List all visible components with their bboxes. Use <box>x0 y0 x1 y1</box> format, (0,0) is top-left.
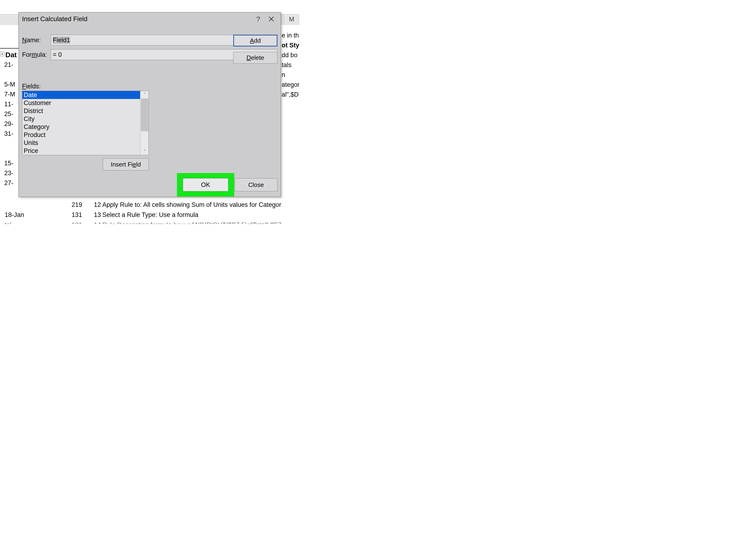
scroll-down-icon[interactable]: ˅ <box>140 148 149 155</box>
cell[interactable]: 131 <box>52 221 89 224</box>
scroll-up-icon[interactable]: ˄ <box>140 91 149 98</box>
bottom-rows: 219 12 Apply Rule to: All cells showing … <box>5 200 299 224</box>
cell[interactable]: 12 <box>89 201 101 208</box>
row-fragment <box>0 148 19 158</box>
text-fragment: n <box>282 70 299 80</box>
ok-button[interactable]: OK <box>183 178 228 192</box>
row-fragment: 31- <box>0 129 19 139</box>
insert-field-button[interactable]: Insert Field <box>103 158 149 171</box>
row-fragment: 15- <box>0 158 19 168</box>
row-fragment: otal <box>0 139 19 148</box>
dialog-titlebar[interactable]: Insert Calculated Field ? <box>19 13 281 25</box>
table-row: tal 131 14 Rule Description formula box:… <box>5 220 299 224</box>
row-fragment: 21- <box>0 60 19 69</box>
field-item-customer[interactable]: Customer <box>22 99 140 107</box>
row-fragment: otal <box>0 69 19 80</box>
insert-calculated-field-dialog: Insert Calculated Field ? Name: Formula:… <box>19 12 281 197</box>
table-row: 18-Jan 131 13 Select a Rule Type: Use a … <box>5 210 299 220</box>
fields-scrollbar[interactable]: ˄ ˅ <box>140 91 149 155</box>
delete-button[interactable]: Delete <box>233 52 277 63</box>
date-column-header-fragment[interactable]: Dat <box>5 51 17 59</box>
row-fragment: 5-M <box>0 80 19 89</box>
close-icon[interactable] <box>265 13 278 25</box>
column-header-M[interactable]: M <box>284 14 299 25</box>
table-row: 219 12 Apply Rule to: All cells showing … <box>5 200 299 210</box>
cell[interactable]: Apply Rule to: All cells showing Sum of … <box>101 201 299 208</box>
cell[interactable]: Select a Rule Type: Use a formula <box>101 211 299 219</box>
field-item-city[interactable]: City <box>22 115 140 123</box>
fields-listbox[interactable]: Date Customer District City Category Pro… <box>22 91 149 155</box>
cell[interactable]: 14 <box>89 221 101 224</box>
close-button[interactable]: Close <box>235 178 277 192</box>
text-fragment: ategor <box>282 80 299 89</box>
field-item-units[interactable]: Units <box>22 139 140 147</box>
formula-label: Formula: <box>22 51 51 58</box>
field-item-district[interactable]: District <box>22 107 140 115</box>
row-fragment: 25- <box>0 109 19 119</box>
fields-label: Fields: <box>22 83 41 90</box>
row-fragment: 29- <box>0 119 19 129</box>
text-fragment: al",$D7 <box>282 89 299 99</box>
text-fragment: tals <box>282 60 299 70</box>
cell[interactable]: tal <box>5 221 52 224</box>
text-fragment: ot Sty <box>282 40 299 50</box>
add-button[interactable]: Add <box>233 35 277 46</box>
scroll-thumb[interactable] <box>141 99 148 131</box>
filter-dropdown-icon[interactable]: ▾ <box>0 52 5 56</box>
field-item-date[interactable]: Date <box>22 91 140 99</box>
cell[interactable]: 18-Jan <box>5 211 52 219</box>
row-fragment: 23- <box>0 168 19 178</box>
field-item-product[interactable]: Product <box>22 131 140 139</box>
field-item-price[interactable]: Price <box>22 147 140 155</box>
cell[interactable]: 131 <box>52 211 89 219</box>
row-fragment: 27- <box>0 178 19 188</box>
field-item-category[interactable]: Category <box>22 123 140 131</box>
left-row-fragments: 21- otal 5-M 7-M 11- 25- 29- 31- otal 15… <box>0 60 19 198</box>
cell[interactable]: 13 <box>89 211 101 219</box>
text-fragment: e in th <box>282 31 299 40</box>
name-label: Name: <box>22 37 51 44</box>
ok-highlight: OK <box>177 173 234 197</box>
right-text-fragments: e in th ot Sty dd bo tals n ategor al",$… <box>282 31 299 99</box>
help-button[interactable]: ? <box>252 13 265 25</box>
row-fragment: 7-M <box>0 89 19 99</box>
text-fragment: dd bo <box>282 50 299 60</box>
cell[interactable]: 219 <box>52 201 89 208</box>
dialog-title: Insert Calculated Field <box>22 15 252 23</box>
row-fragment: otal <box>0 188 19 198</box>
row-fragment: 11- <box>0 99 19 109</box>
cell[interactable]: Rule Description formula box: =AND(RIGHT… <box>101 221 299 224</box>
